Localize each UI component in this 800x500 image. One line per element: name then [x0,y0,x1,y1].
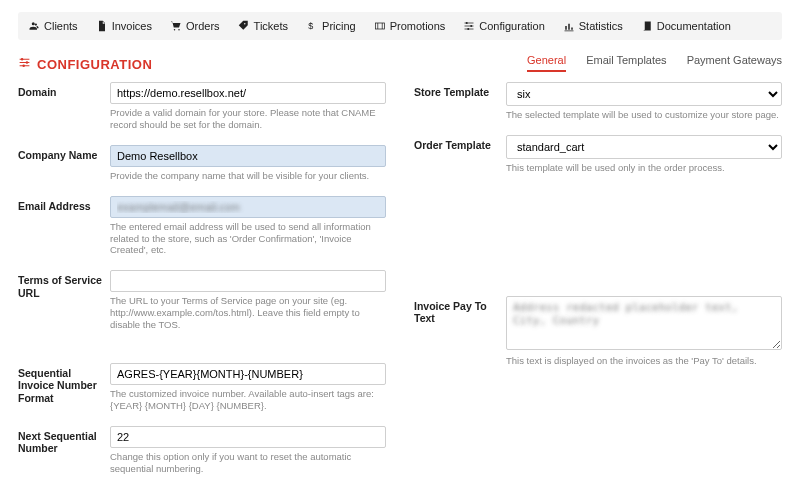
tab-email-templates[interactable]: Email Templates [586,54,667,72]
svg-point-8 [26,61,28,63]
email-help: The entered email address will be used t… [110,221,386,257]
order-template-label: Order Template [414,135,506,174]
invoice-format-label: Sequential Invoice Number Format [18,363,110,412]
promo-icon [374,20,386,32]
svg-point-4 [466,22,468,24]
svg-point-9 [22,65,24,67]
nav-promotions[interactable]: Promotions [374,20,446,32]
nav-orders[interactable]: Orders [170,20,220,32]
order-template-select[interactable]: standard_cart [506,135,782,159]
payto-textarea[interactable] [506,296,782,350]
company-input[interactable] [110,145,386,167]
sliders-icon [18,56,31,72]
sliders-icon [463,20,475,32]
book-icon [641,20,653,32]
nav-statistics-label: Statistics [579,20,623,32]
nav-invoices-label: Invoices [112,20,152,32]
store-template-help: The selected template will be used to cu… [506,109,782,121]
nav-tickets-label: Tickets [254,20,288,32]
page-title-text: CONFIGURATION [37,57,152,72]
order-template-help: This template will be used only in the o… [506,162,782,174]
tos-help: The URL to your Terms of Service page on… [110,295,386,331]
nav-promotions-label: Promotions [390,20,446,32]
svg-text:$: $ [308,21,313,31]
svg-point-5 [471,25,473,27]
payto-label: Invoice Pay To Text [414,296,506,367]
nav-pricing-label: Pricing [322,20,356,32]
tab-payment-gateways[interactable]: Payment Gateways [687,54,782,72]
domain-input[interactable] [110,82,386,104]
top-nav: Clients Invoices Orders Tickets $ Pricin… [18,12,782,40]
nav-orders-label: Orders [186,20,220,32]
page-title: CONFIGURATION [18,56,152,72]
svg-point-7 [21,58,23,60]
payto-help: This text is displayed on the invoices a… [506,355,782,367]
invoice-format-input[interactable] [110,363,386,385]
cart-icon [170,20,182,32]
nav-pricing[interactable]: $ Pricing [306,20,356,32]
nav-invoices[interactable]: Invoices [96,20,152,32]
svg-point-6 [468,28,470,30]
nav-documentation[interactable]: Documentation [641,20,731,32]
file-icon [96,20,108,32]
svg-rect-3 [375,23,384,29]
store-template-select[interactable]: six [506,82,782,106]
nav-clients[interactable]: Clients [28,20,78,32]
tag-icon [238,20,250,32]
nav-tickets[interactable]: Tickets [238,20,288,32]
company-label: Company Name [18,145,110,182]
next-seq-input[interactable] [110,426,386,448]
email-input[interactable] [110,196,386,218]
subtabs: General Email Templates Payment Gateways [527,54,782,72]
nav-documentation-label: Documentation [657,20,731,32]
nav-clients-label: Clients [44,20,78,32]
store-template-label: Store Template [414,82,506,121]
nav-statistics[interactable]: Statistics [563,20,623,32]
tab-general[interactable]: General [527,54,566,72]
tos-label: Terms of Service URL [18,270,110,331]
svg-point-0 [174,29,176,31]
next-seq-help: Change this option only if you want to r… [110,451,386,475]
invoice-format-help: The customized invoice number. Available… [110,388,386,412]
chart-icon [563,20,575,32]
dollar-icon: $ [306,20,318,32]
next-seq-label: Next Sequential Number [18,426,110,475]
nav-configuration-label: Configuration [479,20,544,32]
nav-configuration[interactable]: Configuration [463,20,544,32]
domain-label: Domain [18,82,110,131]
company-help: Provide the company name that will be vi… [110,170,386,182]
tos-input[interactable] [110,270,386,292]
email-label: Email Address [18,196,110,257]
svg-point-1 [178,29,180,31]
domain-help: Provide a valid domain for your store. P… [110,107,386,131]
users-icon [28,20,40,32]
